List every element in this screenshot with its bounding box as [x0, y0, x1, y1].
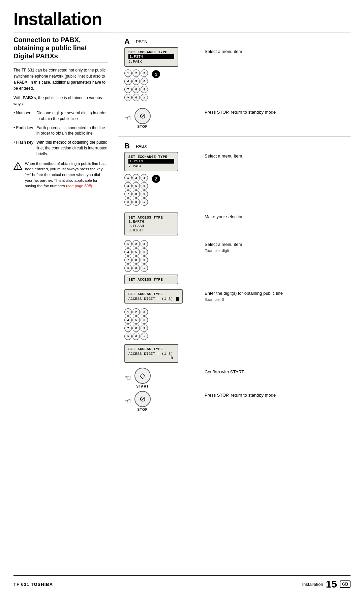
key-star[interactable]: ✳	[124, 264, 132, 272]
key-0[interactable]: 0	[132, 264, 140, 272]
svg-text:!: !	[17, 164, 19, 169]
start-button-row: ☞ ◇ START	[124, 368, 151, 388]
stop-button-a[interactable]: ⊘	[134, 108, 151, 124]
key-9[interactable]: 9	[141, 86, 148, 93]
key-6[interactable]: 6	[141, 248, 148, 256]
key-5[interactable]: 5	[132, 78, 140, 85]
lcd-cursor	[176, 297, 179, 301]
stop-button-b[interactable]: ⊘	[134, 391, 151, 407]
stop-label-b: STOP	[137, 408, 148, 411]
key-8[interactable]: 8	[132, 190, 140, 198]
start-button[interactable]: ◇	[134, 368, 151, 384]
warning-icon: !	[13, 162, 22, 170]
step-b-desc-5	[199, 344, 344, 345]
start-btn-col: ◇ START	[134, 368, 151, 388]
footer-left: TF 631 TOSHIBA	[13, 582, 53, 587]
step-b-left-3: 1 2 3 4 5 6 7 8	[124, 240, 199, 287]
lcd-b-2-item-3: 3.DIGIT	[128, 228, 174, 232]
key-2[interactable]: 2	[132, 174, 140, 181]
key-7[interactable]: 7	[124, 324, 132, 332]
footer-right: Installation 15 GB	[302, 578, 351, 590]
key-7[interactable]: 7	[124, 256, 132, 264]
key-3[interactable]: 3	[141, 174, 148, 181]
key-9[interactable]: 9	[141, 190, 148, 198]
key-star[interactable]: ✳	[124, 333, 132, 340]
key-7[interactable]: 7	[124, 190, 132, 198]
keypad-row: 7 8 9	[124, 86, 148, 93]
key-7[interactable]: 7	[124, 86, 132, 93]
step-b-left-stop: ☞ ⊘ STOP	[124, 391, 199, 412]
key-4[interactable]: 4	[124, 248, 132, 256]
section-a-label: A PSTN	[124, 37, 351, 46]
keypad-row: ✳ 0 #	[124, 264, 148, 272]
key-4[interactable]: 4	[124, 182, 132, 190]
key-2[interactable]: 2	[132, 69, 140, 77]
key-4[interactable]: 4	[124, 316, 132, 324]
key-hash[interactable]: #	[141, 198, 148, 206]
lcd-a-1-selected: 1.PSTN	[128, 54, 174, 59]
key-1[interactable]: 1	[124, 69, 132, 77]
step-b-desc-2: Make your selection	[199, 212, 344, 220]
key-0[interactable]: 0	[132, 333, 140, 340]
lcd-b-2-title: SET ACCESS TYPE	[128, 216, 163, 220]
lcd-b-5-field: ACCESS DIGIT = (1-3)	[128, 352, 174, 356]
warning-text: When the method of obtaining a public li…	[25, 161, 108, 189]
lcd-b-2-item-1: 1.EARTH	[128, 220, 174, 224]
keypad-row: 7 8 9	[124, 324, 148, 332]
key-4[interactable]: 4	[124, 78, 132, 85]
keypad-a-1: 1 2 3 4 5 6 7	[124, 69, 148, 101]
footer-page: 15	[326, 578, 337, 590]
key-6[interactable]: 6	[141, 182, 148, 190]
key-5[interactable]: 5	[132, 316, 140, 324]
key-0[interactable]: 0	[132, 94, 140, 101]
step-a-desc-stop: Press STOP, return to standby mode	[199, 108, 344, 116]
stop-label-a: STOP	[137, 125, 148, 129]
key-1[interactable]: 1	[124, 240, 132, 248]
bullet-label-earth: • Earth key	[13, 125, 36, 137]
key-1[interactable]: 1	[124, 174, 132, 181]
key-6[interactable]: 6	[141, 316, 148, 324]
warning-link[interactable]: (see page 69ff)	[66, 184, 92, 188]
key-hash[interactable]: #	[141, 264, 148, 272]
key-star[interactable]: ✳	[124, 198, 132, 206]
key-star[interactable]: ✳	[124, 94, 132, 101]
step-b-desc-start: Confirm with START	[199, 368, 344, 375]
key-8[interactable]: 8	[132, 86, 140, 93]
key-3[interactable]: 3	[141, 308, 148, 316]
keypad-b-3: 1 2 3 4 5 6 7 8	[124, 240, 148, 272]
key-5[interactable]: 5	[132, 248, 140, 256]
lcd-b-5-value: 0	[128, 356, 174, 360]
keypad-row: 4 5 6	[124, 248, 148, 256]
step-a-stop: ☞ ⊘ STOP Press STOP, return to standby m…	[118, 108, 351, 129]
key-2[interactable]: 2	[132, 308, 140, 316]
keypad-row: 4 5 6	[124, 182, 148, 190]
key-0[interactable]: 0	[132, 198, 140, 206]
key-9[interactable]: 9	[141, 256, 148, 264]
body-text-1: The TF 631 can be connected not only to …	[13, 67, 108, 91]
step-b-left-1: SET EXCHANGE TYPE 1.PSTN 2.PABX 1 2 3	[124, 152, 199, 210]
right-column: A PSTN SET EXCHANGE TYPE 1.PSTN 2.PABX	[118, 32, 351, 575]
stop-button-row-a: ☞ ⊘ STOP	[124, 108, 151, 129]
key-9[interactable]: 9	[141, 324, 148, 332]
keypad-row: 1 2 3	[124, 69, 148, 77]
key-8[interactable]: 8	[132, 324, 140, 332]
key-hash[interactable]: #	[141, 333, 148, 340]
list-item: • Number Dial one digit (or several digi…	[13, 110, 108, 122]
start-label: START	[136, 385, 149, 388]
step-b-select-2-sub: Example: digit	[205, 248, 344, 254]
lcd-b-1-title: SET EXCHANGE TYPE	[128, 155, 168, 159]
key-8[interactable]: 8	[132, 256, 140, 264]
stop-btn-col-b: ⊘ STOP	[134, 391, 151, 411]
key-2[interactable]: 2	[132, 240, 140, 248]
step-a-left-stop: ☞ ⊘ STOP	[124, 108, 199, 129]
key-3[interactable]: 3	[141, 69, 148, 77]
lcd-b-4-field: ACCESS DIGIT = (1-3)	[128, 297, 179, 301]
key-3[interactable]: 3	[141, 240, 148, 248]
key-hash[interactable]: #	[141, 94, 148, 101]
keypad-row: 1 2 3	[124, 174, 148, 181]
key-6[interactable]: 6	[141, 78, 148, 85]
keypad-row: ✳ 0 #	[124, 94, 148, 101]
hand-icon-start: ☞	[124, 374, 131, 382]
key-1[interactable]: 1	[124, 308, 132, 316]
key-5[interactable]: 5	[132, 182, 140, 190]
